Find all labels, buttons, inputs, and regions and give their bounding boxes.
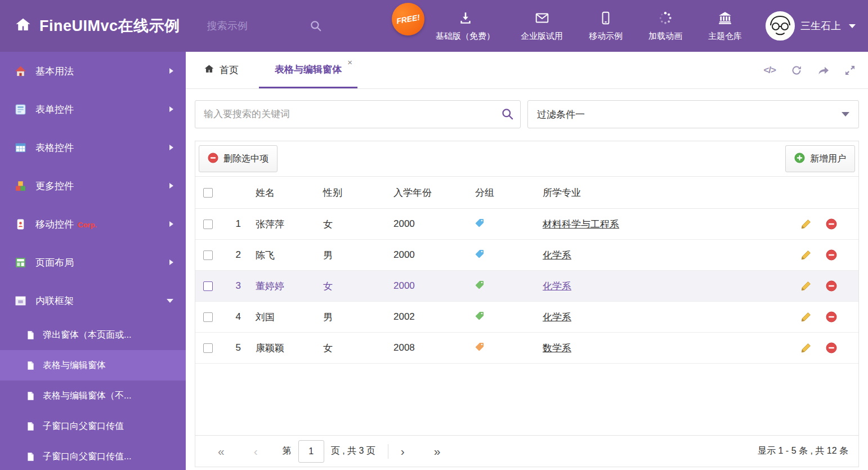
year-cell: 2000 [387,209,468,240]
year-cell: 2000 [387,271,468,302]
nav-loading-animation[interactable]: 加载动画 [648,11,682,42]
nav-label: 移动示例 [589,31,623,42]
sidebar-subitem-grid-edit-window-2[interactable]: 表格与编辑窗体（不... [0,381,186,411]
row-checkbox[interactable] [203,312,213,322]
delete-button[interactable] [826,218,837,230]
chevron-down-icon [842,112,849,117]
sidebar-item-label: 移动控件 [35,218,74,231]
table-row[interactable]: 5 康颖颖 女 2008 数学系 [195,333,858,364]
chevron-right-icon [169,68,173,74]
add-user-button[interactable]: 新增用户 [785,145,855,172]
nav-theme-store[interactable]: 主题仓库 [708,11,742,42]
header-group: 分组 [468,177,536,209]
next-page-button[interactable]: › [401,445,405,457]
row-index: 1 [223,209,249,240]
edit-button[interactable] [800,250,811,261]
sidebar-subitem-child-to-parent[interactable]: 子窗口向父窗口传值 [0,411,186,441]
keyword-search-box [195,100,521,128]
row-checkbox[interactable] [203,343,213,353]
table-row[interactable]: 1 张萍萍 女 2000 材料科学与工程系 [195,209,858,240]
nav-label: 加载动画 [648,31,682,42]
edit-button[interactable] [800,312,811,323]
close-icon[interactable]: × [347,57,352,67]
edit-button[interactable] [800,219,811,230]
source-code-icon[interactable]: </> [763,65,776,76]
grid-panel: 删除选中项 新增用户 姓名 性别 入学年份 [195,141,859,467]
sidebar-item-basic-usage[interactable]: 基本用法 [0,52,186,90]
delete-selected-button[interactable]: 删除选中项 [199,145,278,172]
row-checkbox[interactable] [203,220,213,229]
sidebar-item-grid-controls[interactable]: 表格控件 [0,128,186,167]
button-label: 删除选中项 [223,153,269,165]
table-row[interactable]: 4 刘国 男 2002 化学系 [195,302,858,333]
delete-button[interactable] [826,311,837,323]
brand[interactable]: FineUIMvc在线示例 [15,16,180,36]
tab-home[interactable]: 首页 [196,52,247,88]
major-link[interactable]: 材料科学与工程系 [543,219,619,230]
gender-cell: 男 [316,240,387,271]
keyword-search-input[interactable] [195,100,521,128]
select-all-checkbox[interactable] [203,188,213,198]
filter-dropdown[interactable]: 过滤条件一 [527,100,859,128]
header-nav: FREE! 基础版（免费） 企业版试用 移动示例 [436,11,742,42]
user-menu[interactable]: 三生石上 [766,11,856,41]
major-link[interactable]: 化学系 [543,250,571,261]
first-page-button[interactable]: « [218,445,225,457]
name-cell: 陈飞 [249,240,316,271]
header-search-input[interactable] [207,20,286,32]
app-header: FineUIMvc在线示例 FREE! 基础版（免费） 企业版试用 移动示例 [0,0,868,52]
header-name: 姓名 [249,177,316,209]
major-link[interactable]: 化学系 [543,281,571,292]
sidebar-item-mobile-controls[interactable]: 移动控件 Corp. [0,205,186,243]
envelope-icon [534,11,550,27]
header-major: 所学专业 [536,177,774,209]
year-cell: 2008 [387,333,468,364]
nav-enterprise-trial[interactable]: 企业版试用 [521,11,563,42]
row-checkbox[interactable] [203,250,213,260]
major-link[interactable]: 数学系 [543,343,571,353]
filter-row: 过滤条件一 [195,100,859,128]
gender-cell: 女 [316,209,387,240]
refresh-icon[interactable] [791,65,802,76]
table-row[interactable]: 2 陈飞 男 2000 化学系 [195,240,858,271]
sidebar-item-iframe[interactable]: 内联框架 [0,281,186,320]
sidebar-subitem-popup-window[interactable]: 弹出窗体（本页面或... [0,320,186,350]
sidebar-subitem-grid-edit-window[interactable]: 表格与编辑窗体 [0,350,186,381]
sidebar-subitem-child-to-parent-2[interactable]: 子窗口向父窗口传值... [0,441,186,470]
edit-button[interactable] [800,343,811,353]
open-new-window-icon[interactable] [817,65,829,76]
header-index [223,177,249,209]
search-icon[interactable] [501,108,514,120]
gender-cell: 男 [316,302,387,333]
major-link[interactable]: 化学系 [543,312,571,323]
nav-mobile-demo[interactable]: 移动示例 [589,11,623,42]
phone-person-icon [15,218,26,230]
frame-icon [15,295,26,307]
nav-basic-free[interactable]: FREE! 基础版（免费） [436,11,495,42]
edit-button[interactable] [800,281,811,292]
sidebar-item-page-layout[interactable]: 页面布局 [0,243,186,281]
row-index: 3 [223,271,249,302]
delete-button[interactable] [826,342,837,353]
filter-dropdown-value: 过滤条件一 [537,108,585,121]
last-page-button[interactable]: » [434,445,441,457]
row-checkbox[interactable] [203,281,213,291]
search-icon[interactable] [310,20,322,32]
sidebar-item-form-controls[interactable]: 表单控件 [0,90,186,128]
sidebar-subitem-label: 弹出窗体（本页面或... [43,329,131,341]
page-number-input[interactable] [298,440,324,463]
tab-grid-edit-window[interactable]: 表格与编辑窗体 × [259,52,357,88]
gender-cell: 女 [316,333,387,364]
pager-divider [388,444,388,459]
table-row-selected[interactable]: 3 董婷婷 女 2000 化学系 [195,271,858,302]
blocks-icon [15,180,26,192]
corp-badge: Corp. [78,221,97,229]
download-icon [458,11,473,27]
delete-button[interactable] [826,249,837,261]
sidebar-item-more-controls[interactable]: 更多控件 [0,167,186,205]
delete-button[interactable] [826,280,837,292]
file-icon [26,361,35,370]
sidebar-item-label: 更多控件 [35,180,74,193]
prev-page-button[interactable]: ‹ [254,445,258,457]
expand-icon[interactable] [844,65,856,76]
